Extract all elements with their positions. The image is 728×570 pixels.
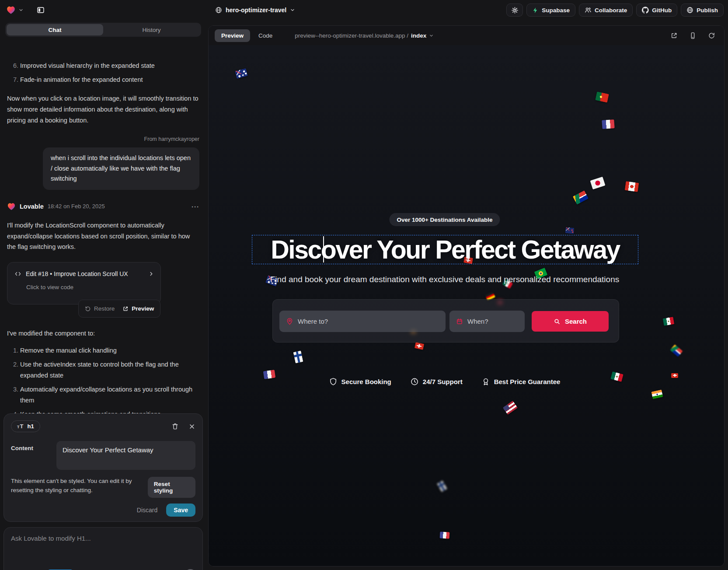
chevron-right-icon[interactable] <box>148 271 154 277</box>
mobile-view-icon[interactable] <box>689 32 697 39</box>
refresh-icon[interactable] <box>708 32 715 39</box>
github-label: GitHub <box>652 7 672 14</box>
people-icon <box>585 7 592 14</box>
edit-card-title: Edit #18 • Improve Location Scroll UX <box>26 269 144 279</box>
collaborate-button[interactable]: Collaborate <box>579 3 633 17</box>
agent-message-header: Lovable 18:42 on Feb 20, 2025 <box>7 201 199 212</box>
feature-label: 24/7 Support <box>423 378 463 385</box>
flag-ch-decoration <box>415 342 424 350</box>
agent-name: Lovable <box>20 201 44 212</box>
publish-label: Publish <box>697 7 718 14</box>
tab-history[interactable]: History <box>103 24 200 35</box>
user-message-bubble: when i scroll into the individual locati… <box>43 147 199 189</box>
hero-subtitle: Find and book your dream destination wit… <box>270 275 619 284</box>
chevron-down-icon <box>290 7 295 13</box>
sidebar-toggle-button[interactable] <box>34 3 47 17</box>
message-author-label: From harrymckayroper <box>7 135 199 144</box>
chat-sidebar: Chat History Improved visual hierarchy i… <box>0 20 206 570</box>
save-button[interactable]: Save <box>166 504 195 517</box>
github-icon <box>642 7 649 14</box>
project-name: hero-optimizer-travel <box>226 7 286 14</box>
assistant-paragraph: I've modified the component to: <box>7 328 199 339</box>
preview-toolbar: Preview Code preview--hero-optimizer-tra… <box>209 26 724 45</box>
search-container: Where to? When? Search <box>272 299 619 343</box>
supabase-label: Supabase <box>542 7 570 14</box>
type-icon <box>17 423 23 430</box>
element-tag-name: h1 <box>27 423 34 430</box>
flag-fr-decoration <box>440 532 450 539</box>
assistant-paragraph: Now when you click on a location image, … <box>7 93 199 126</box>
message-menu-icon[interactable] <box>192 203 199 210</box>
publish-globe-icon <box>686 7 693 14</box>
chat-list-item: Use the activeIndex state to control bot… <box>20 359 199 381</box>
where-input[interactable]: Where to? <box>279 311 446 332</box>
chat-list-item: Remove the manual click handling <box>20 345 199 356</box>
tab-preview[interactable]: Preview <box>215 29 250 42</box>
settings-button[interactable] <box>506 3 523 17</box>
restore-preview-toolbar: Restore Preview <box>78 300 160 318</box>
open-external-icon[interactable] <box>670 32 678 39</box>
flag-fr-decoration <box>602 119 614 129</box>
discard-button[interactable]: Discard <box>137 507 157 514</box>
chat-input[interactable]: Ask Lovable to modify H1... <box>11 535 195 542</box>
destinations-badge: Over 1000+ Destinations Available <box>389 213 500 226</box>
code-icon <box>14 270 21 277</box>
content-field-label: Content <box>11 441 56 470</box>
preview-panel: Preview Code preview--hero-optimizer-tra… <box>208 25 725 567</box>
flag-in-decoration <box>651 389 663 399</box>
feature-support: 24/7 Support <box>411 378 463 386</box>
close-icon[interactable] <box>188 423 195 430</box>
flag-pt-decoration <box>595 91 609 102</box>
reset-styling-button[interactable]: Reset styling <box>148 477 195 498</box>
preview-button[interactable]: Preview <box>122 304 154 314</box>
url-text: preview--hero-optimizer-travel.lovable.a… <box>295 32 408 39</box>
element-editor-panel: h1 Content Discover Your Perfect Getaway… <box>3 413 203 522</box>
flag-us-decoration <box>503 401 518 415</box>
when-placeholder: When? <box>467 318 488 325</box>
sidebar-tabs: Chat History <box>5 23 201 37</box>
tab-chat[interactable]: Chat <box>7 24 103 35</box>
assistant-paragraph: I'll modify the LocationScroll component… <box>7 220 199 253</box>
supabase-button[interactable]: Supabase <box>526 3 575 17</box>
styling-note: This element can't be styled. You can ed… <box>11 477 148 495</box>
flag-mx-decoration <box>610 371 624 382</box>
publish-button[interactable]: Publish <box>681 3 724 17</box>
calendar-icon <box>456 318 463 325</box>
where-placeholder: Where to? <box>298 318 328 325</box>
location-pin-icon <box>286 318 293 325</box>
edit-version-card[interactable]: Edit #18 • Improve Location Scroll UX Cl… <box>7 262 161 304</box>
preview-viewport[interactable]: Over 1000+ Destinations Available Discov… <box>209 45 724 566</box>
preview-label: Preview <box>132 304 154 314</box>
chevron-down-icon[interactable] <box>18 7 24 13</box>
flag-mx-decoration <box>663 317 675 326</box>
restore-button[interactable]: Restore <box>85 304 115 314</box>
when-input[interactable]: When? <box>449 311 525 332</box>
flag-au-decoration <box>235 68 248 79</box>
content-textarea[interactable]: Discover Your Perfect Getaway <box>56 441 195 470</box>
restore-label: Restore <box>94 304 115 314</box>
topbar-actions: Supabase Collaborate GitHub Publish <box>506 3 724 17</box>
feature-secure-booking: Secure Booking <box>329 378 391 386</box>
url-page: index <box>411 32 426 39</box>
gear-icon <box>511 7 519 14</box>
element-tag-pill[interactable]: h1 <box>11 420 40 432</box>
text-caret <box>323 236 324 262</box>
lovable-logo-icon[interactable] <box>6 5 16 15</box>
chat-composer: Ask Lovable to modify H1... Attach Edit … <box>3 527 203 570</box>
feature-label: Best Price Guarantee <box>494 378 561 385</box>
element-selection-outline[interactable]: Discover Your Perfect Getaway <box>252 235 638 264</box>
feature-price-guarantee: Best Price Guarantee <box>482 378 561 386</box>
trash-icon[interactable] <box>171 423 179 430</box>
project-switcher[interactable]: hero-optimizer-travel <box>215 0 295 20</box>
tab-code[interactable]: Code <box>252 29 279 42</box>
github-button[interactable]: GitHub <box>636 3 677 17</box>
flag-fi-decoration <box>437 480 447 492</box>
chat-numbered-list-top: Improved visual hierarchy in the expande… <box>7 60 199 85</box>
flag-za-decoration <box>573 190 589 205</box>
flag-fr-decoration <box>263 370 275 379</box>
restore-icon <box>85 306 91 312</box>
flag-za-decoration <box>670 344 683 357</box>
topbar: hero-optimizer-travel Supabase Collabora… <box>0 0 728 20</box>
preview-url[interactable]: preview--hero-optimizer-travel.lovable.a… <box>295 32 434 39</box>
search-button[interactable]: Search <box>532 311 609 332</box>
